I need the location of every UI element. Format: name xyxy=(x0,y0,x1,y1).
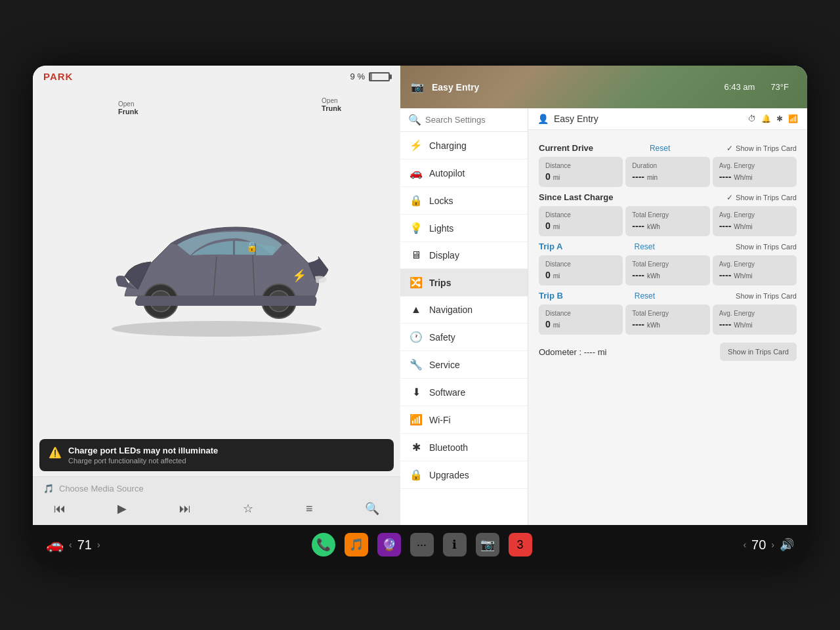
svg-text:🔓: 🔓 xyxy=(246,242,258,253)
ta-avg-label: Avg. Energy xyxy=(719,261,790,268)
left-temp: 71 xyxy=(77,537,92,553)
right-temp-down-btn[interactable]: ‹ xyxy=(743,539,746,550)
settings-sidebar: 🔍 ⚡ Charging 🚗 Autopilot 🔒 Locks xyxy=(400,108,528,525)
last-charge-header: Since Last Charge ✓ Show in Trips Card xyxy=(539,192,797,202)
tb-distance-label: Distance xyxy=(545,310,616,317)
next-button[interactable]: ⏭ xyxy=(174,499,196,518)
battery-bar-icon xyxy=(369,72,390,81)
lc-avg-label: Avg. Energy xyxy=(719,211,790,219)
more-app-icon[interactable]: ··· xyxy=(410,533,434,556)
settings-item-autopilot[interactable]: 🚗 Autopilot xyxy=(400,159,528,187)
trip-b-distance: Distance 0 mi xyxy=(539,304,623,335)
settings-item-navigation[interactable]: ▲ Navigation xyxy=(400,297,528,324)
settings-item-display[interactable]: 🖥 Display xyxy=(400,242,528,269)
ta-distance-label: Distance xyxy=(545,261,616,268)
odometer-label: Odometer xyxy=(539,347,577,357)
service-icon: 🔧 xyxy=(410,358,423,371)
search-button[interactable]: 🔍 xyxy=(360,499,385,518)
easy-entry-header: Easy Entry xyxy=(432,82,479,93)
settings-item-safety[interactable]: 🕐 Safety xyxy=(400,324,528,351)
locks-label: Locks xyxy=(429,196,453,206)
trunk-title: Trunk xyxy=(322,104,341,112)
info-app-icon[interactable]: ℹ xyxy=(443,533,467,556)
media-source-label: Choose Media Source xyxy=(59,484,144,494)
current-drive-reset[interactable]: Reset xyxy=(650,144,670,153)
upgrades-icon: 🔒 xyxy=(410,469,423,481)
lc-distance-label: Distance xyxy=(545,211,616,219)
settings-item-service[interactable]: 🔧 Service xyxy=(400,351,528,379)
settings-item-charging[interactable]: ⚡ Charging xyxy=(400,132,528,159)
current-drive-duration: Duration ---- min xyxy=(625,157,709,187)
current-drive-show-label: Show in Trips Card xyxy=(736,144,797,152)
calendar-app-icon[interactable]: 3 xyxy=(509,533,532,556)
charging-label: Charging xyxy=(429,140,467,151)
trip-b-stats: Distance 0 mi Total Energy ---- xyxy=(539,304,797,335)
settings-item-wifi[interactable]: 📶 Wi-Fi xyxy=(400,406,528,434)
temp-up-btn[interactable]: › xyxy=(97,539,100,550)
autopilot-label: Autopilot xyxy=(429,168,465,178)
settings-item-lights[interactable]: 💡 Lights xyxy=(400,215,528,242)
settings-item-trips[interactable]: 🔀 Trips xyxy=(400,269,528,297)
warning-content: Charge port LEDs may not illuminate Char… xyxy=(68,446,218,465)
camera-app-icon[interactable]: 🔮 xyxy=(377,533,401,556)
charging-icon: ⚡ xyxy=(410,139,423,152)
avg-energy-value: ---- Wh/mi xyxy=(719,171,790,182)
current-drive-header: Current Drive Reset ✓ Show in Trips Card xyxy=(539,143,797,153)
software-label: Software xyxy=(429,387,465,398)
temp-down-btn[interactable]: ‹ xyxy=(69,539,72,550)
music-app-icon[interactable]: 🎵 xyxy=(345,533,368,556)
warning-banner: ⚠️ Charge port LEDs may not illuminate C… xyxy=(39,439,394,471)
current-drive-show-trips: ✓ Show in Trips Card xyxy=(726,144,797,153)
settings-item-upgrades[interactable]: 🔒 Upgrades xyxy=(400,461,528,489)
settings-item-software[interactable]: ⬇ Software xyxy=(400,379,528,406)
phone-app-icon[interactable]: 📞 xyxy=(312,533,335,556)
trip-a-distance: Distance 0 mi xyxy=(539,255,623,285)
settings-item-locks[interactable]: 🔒 Locks xyxy=(400,187,528,215)
search-input[interactable] xyxy=(425,115,520,125)
frunk-label: Open Frunk xyxy=(118,100,138,116)
display-label: Display xyxy=(429,250,459,261)
prev-button[interactable]: ⏮ xyxy=(49,499,71,518)
trunk-open-text: Open xyxy=(322,97,341,104)
top-bar: PARK 9 % xyxy=(33,66,400,87)
settings-item-bluetooth[interactable]: ✱ Bluetooth xyxy=(400,434,528,461)
settings-container: 🔍 ⚡ Charging 🚗 Autopilot 🔒 Locks xyxy=(400,108,807,525)
queue-button[interactable]: ≡ xyxy=(301,499,318,518)
play-button[interactable]: ▶ xyxy=(112,499,132,518)
lc-distance-value: 0 mi xyxy=(545,220,616,231)
svg-text:⚡: ⚡ xyxy=(292,268,307,283)
taskbar-left: 🚗 ‹ 71 › xyxy=(46,536,100,553)
distance-label: Distance xyxy=(545,162,616,169)
media-bar: 🎵 Choose Media Source ⏮ ▶ ⏭ ☆ ≡ 🔍 xyxy=(33,476,400,525)
upgrades-label: Upgrades xyxy=(429,470,469,480)
frunk-open-text: Open xyxy=(118,100,138,108)
avg-energy-label: Avg. Energy xyxy=(719,162,790,169)
lights-label: Lights xyxy=(429,223,453,234)
ta-energy-value: ---- kWh xyxy=(632,270,703,280)
car-illustration: ⚡ 🔓 xyxy=(92,184,341,342)
right-temp-up-btn[interactable]: › xyxy=(771,539,774,550)
timer-icon: ⏱ xyxy=(748,114,756,123)
trip-a-reset[interactable]: Reset xyxy=(635,242,655,251)
safety-label: Safety xyxy=(429,332,455,343)
bluetooth-icon: ✱ xyxy=(410,441,423,453)
odometer-show-trips-btn[interactable]: Show in Trips Card xyxy=(720,343,797,361)
warning-subtitle: Charge port functionality not affected xyxy=(68,457,218,465)
trip-a-avg-energy: Avg. Energy ---- Wh/mi xyxy=(713,255,797,285)
last-charge-distance: Distance 0 mi xyxy=(539,206,623,236)
last-charge-show-trips: ✓ Show in Trips Card xyxy=(726,193,797,202)
last-charge-avg-energy: Avg. Energy ---- Wh/mi xyxy=(713,206,797,236)
dashcam-app-icon[interactable]: 📷 xyxy=(476,533,499,556)
favorite-button[interactable]: ☆ xyxy=(238,499,259,518)
right-panel: 📷 Easy Entry 6:43 am 73°F 🔍 ⚡ xyxy=(400,66,807,525)
warning-title: Charge port LEDs may not illuminate xyxy=(68,446,218,455)
trip-a-show-trips: ✓ Show in Trips Card xyxy=(726,242,797,251)
lc-energy-label: Total Energy xyxy=(632,211,703,219)
profile-icon: 👤 xyxy=(537,114,549,124)
ta-energy-label: Total Energy xyxy=(632,261,703,268)
trip-b-reset[interactable]: Reset xyxy=(635,291,655,301)
lc-energy-value: ---- kWh xyxy=(632,220,703,231)
last-charge-stats: Distance 0 mi Total Energy ---- xyxy=(539,206,797,236)
main-area: PARK 9 % Open Frunk Open Trunk xyxy=(33,66,807,525)
tb-distance-value: 0 mi xyxy=(545,319,616,329)
